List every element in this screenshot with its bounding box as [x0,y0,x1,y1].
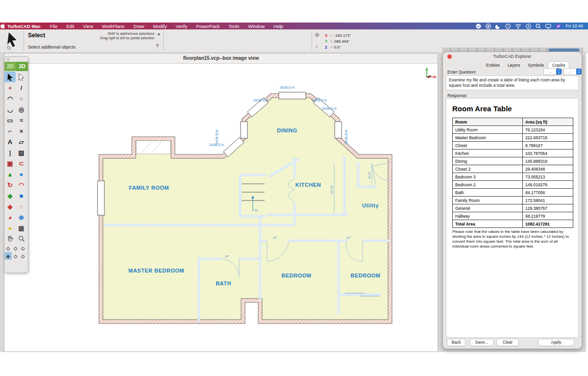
palette-title-bar[interactable] [4,57,28,62]
floorplan-canvas[interactable]: 24/36 D.H. 24/36 D.H. 24/36 D.H. 24/36 D… [4,63,439,352]
search-icon[interactable] [536,24,541,29]
clear-button[interactable]: Clear [496,339,519,346]
palette-close-button[interactable] [7,58,9,61]
apply-button[interactable]: Apply [538,339,574,346]
surface-tool[interactable]: ◆ [4,190,16,201]
view-cube-iso-5[interactable]: ◇ [12,252,19,260]
menu-edit[interactable]: Edit [62,24,78,29]
response-area[interactable]: Room Area Table Room Area (sq ft) Utilit… [446,98,579,338]
tab-layers[interactable]: Layers [504,62,524,69]
light-tool[interactable]: ● [4,223,16,233]
menu-clock: Fri 10:40 [565,24,583,28]
menu-items: FileEditViewWorkPlaneDrawModifyVerifyPow… [46,24,288,29]
cube-solid-tool[interactable]: ■ [16,190,27,201]
menu-bar: TurboCAD Mac FileEditViewWorkPlaneDrawMo… [0,23,588,29]
spline-tool[interactable]: ≈ [16,115,27,125]
menu-verify[interactable]: Verify [171,24,192,29]
menu-help[interactable]: Help [269,24,288,29]
curve-tool[interactable]: ◡ [4,104,16,115]
apple-icon[interactable] [0,23,5,29]
download-circle-icon[interactable] [526,24,531,29]
z-value: 0.0" [334,45,341,50]
view-cube-iso-6[interactable]: ◇ [19,252,26,260]
view-cube-iso-2[interactable]: ◇ [12,244,19,252]
question-input[interactable]: Examine my file and create a table of li… [446,75,579,90]
cylinder-add-tool[interactable]: ⊕ [16,212,27,223]
compass-icon[interactable]: ⊕ [315,31,319,38]
tab-entities[interactable]: Entities [482,62,504,69]
moon-icon[interactable] [495,24,501,29]
text-tool[interactable]: A [4,136,16,147]
view-cube-iso-4[interactable]: ◆ [4,252,12,260]
select-open-tool[interactable] [16,72,27,82]
menu-draw[interactable]: Draw [129,24,148,29]
coordinate-readout: X=-160.173" Y=288.494" Z=0.0" [325,33,351,50]
menu-workplane[interactable]: WorkPlane [98,24,129,29]
menu-modify[interactable]: Modify [148,24,171,29]
table-row: Closet8.789167 [453,142,573,150]
point-tool[interactable]: + [4,82,16,93]
cross-trim-tool[interactable]: × [16,125,27,136]
fillet-tool[interactable]: ⌐ [4,125,16,136]
table-row: Family Room172.59041 [453,197,573,204]
select-tool[interactable] [4,72,16,82]
room-label-family: FAMILY ROOM [129,185,169,191]
menu-file[interactable]: File [46,24,62,29]
tool-prompt: Select additional objects [28,45,75,50]
arc-tool[interactable]: ◠ [4,93,16,104]
screen: TurboCAD Mac FileEditViewWorkPlaneDrawMo… [0,0,588,376]
line-tool[interactable]: / [16,82,27,93]
total-row: Total Area 1082.417291 [453,220,573,228]
x-value: -160.173" [334,33,351,38]
model-select-dropdown[interactable]: ... ▲▼ [543,68,562,75]
assistant-icon[interactable] [486,24,491,29]
panel-title-bar[interactable]: TurboCAD Explorer [443,52,582,61]
document-title-bar[interactable]: floorplan15.vcp--box image view [4,53,438,64]
save-button[interactable]: Save... [470,339,493,346]
menu-view[interactable]: View [79,24,98,29]
circle-tool[interactable]: ○ [16,93,27,104]
help-button[interactable]: ? [156,44,159,49]
clock-icon[interactable] [505,24,511,29]
wifi-icon[interactable] [515,24,521,29]
polygon-tool[interactable]: ▱ [16,136,27,147]
mode-2d-button[interactable]: 2D [4,62,16,71]
table-row: Master Bedroom222.683715 [453,134,573,142]
launcher-icon[interactable] [556,24,561,29]
explorer-panel: TurboCAD Explorer Entities Layers Symbol… [442,51,582,349]
mode-3d-button[interactable]: 3D [16,62,28,71]
magnet-snap-tool[interactable]: ⊂ [16,158,27,169]
panel-title: TurboCAD Explorer [443,54,582,59]
render-mode-tool[interactable]: ▦ [16,223,27,233]
table-row: Utility Room76.123154 [453,126,573,134]
layer-stack-tool[interactable]: ◈ [4,201,16,212]
view-cube-iso-1[interactable]: ◇ [4,244,12,252]
push-pull-tool[interactable]: ↑ [16,201,27,212]
view-cube-iso-3[interactable]: ◇ [19,244,26,252]
back-button[interactable]: Back [447,339,466,346]
extrude-tool[interactable]: ▲ [4,169,16,179]
svg-text:24/36 D.H.: 24/36 D.H. [280,86,295,89]
dimension-tool[interactable]: | [4,147,16,158]
divider [312,31,312,50]
rounded-rect-tool[interactable]: ▭ [4,115,16,125]
info-icon[interactable]: i [316,43,318,49]
menu-window[interactable]: Window [244,24,269,29]
history-select-dropdown[interactable]: ... ▲▼ [564,68,582,75]
pan-tool[interactable] [4,233,16,244]
arch-tool[interactable]: ◠ [16,179,27,190]
menu-powerpack[interactable]: PowerPack [192,24,224,29]
checkmark-circle-icon[interactable] [476,24,481,29]
sphere-tool[interactable]: ● [16,169,27,179]
zoom-tool[interactable] [16,233,27,244]
torus-tool[interactable]: ◕ [4,212,16,223]
hatch-tool[interactable]: ▨ [16,147,27,158]
bend-tool[interactable]: ↻ [4,179,16,190]
table-row: Closet 229.408348 [453,165,573,173]
menu-tools[interactable]: Tools [224,24,244,29]
ellipse-tool[interactable]: ◎ [16,104,27,115]
copy-transform-tool[interactable]: ▣ [4,158,16,169]
panel-buttons: Back Save... Clear Apply [443,339,582,349]
display-icon[interactable] [545,24,551,29]
tool-dropdown-arrow[interactable]: ▼ [157,32,161,37]
